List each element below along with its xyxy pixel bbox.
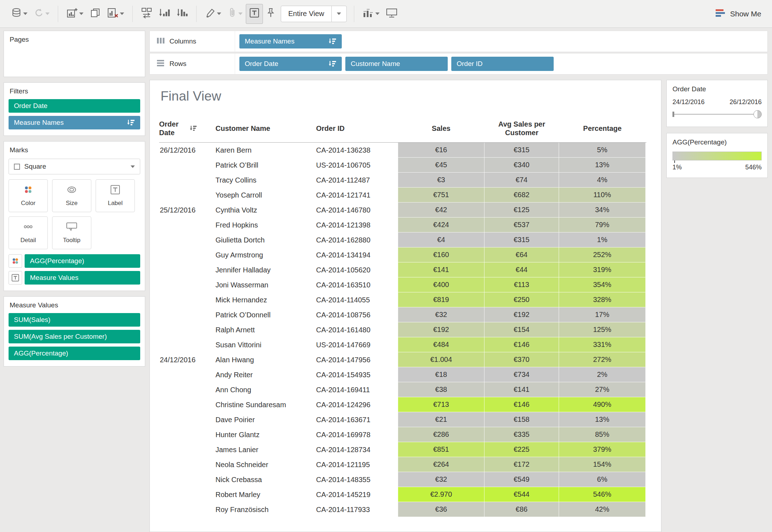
chevron-down-icon[interactable] — [375, 12, 380, 15]
cell-sales[interactable]: €36 — [398, 502, 484, 517]
cell-sales[interactable]: €1.004 — [398, 352, 484, 367]
cell-customer-name[interactable]: Hunter Glantz — [215, 427, 316, 442]
cell-order-id[interactable]: CA-2014-124296 — [316, 397, 398, 412]
cell-customer-name[interactable]: Neola Schneider — [215, 457, 316, 472]
cell-order-date[interactable] — [159, 188, 215, 203]
fit-view-dropdown[interactable]: Entire View — [281, 6, 347, 22]
cell-customer-name[interactable]: Joni Wasserman — [215, 277, 316, 292]
fix-axes-button[interactable] — [263, 4, 279, 24]
pill-order-id[interactable]: Order ID — [451, 57, 554, 71]
color-target-icon[interactable] — [9, 254, 22, 268]
label-target-icon[interactable] — [9, 271, 22, 285]
cell-avg-sales[interactable]: €113 — [484, 277, 559, 292]
cell-customer-name[interactable]: Guy Armstrong — [215, 247, 316, 262]
rows-shelf[interactable]: Rows Order DateCustomer NameOrder ID — [149, 53, 768, 75]
cell-avg-sales[interactable]: €64 — [484, 247, 559, 262]
filter-pill-measure-names[interactable]: Measure Names — [9, 116, 140, 129]
cell-avg-sales[interactable]: €154 — [484, 322, 559, 337]
cell-avg-sales[interactable]: €340 — [484, 158, 559, 173]
cell-sales[interactable]: €4 — [398, 232, 484, 247]
swap-axes-button[interactable] — [138, 4, 156, 24]
cell-order-id[interactable]: CA-2014-163671 — [316, 412, 398, 427]
header-sales[interactable]: Sales — [398, 114, 484, 142]
cell-avg-sales[interactable]: €158 — [484, 412, 559, 427]
filter-pill-order-date[interactable]: Order Date — [9, 99, 140, 113]
undo-redo-button[interactable] — [31, 4, 53, 24]
sort-ascending-button[interactable] — [156, 4, 173, 24]
chevron-down-icon[interactable] — [120, 12, 124, 15]
show-me-button[interactable]: Show Me — [712, 8, 764, 20]
cell-order-date[interactable] — [159, 232, 215, 247]
cell-order-id[interactable]: CA-2014-136238 — [316, 143, 398, 158]
cell-avg-sales[interactable]: €86 — [484, 502, 559, 517]
cell-percentage[interactable]: 85% — [559, 427, 646, 442]
cell-customer-name[interactable]: Jennifer Halladay — [215, 262, 316, 277]
cell-customer-name[interactable]: Andy Reiter — [215, 367, 316, 382]
chevron-down-icon[interactable] — [331, 6, 346, 22]
header-avg-sales[interactable]: Avg Sales per Customer — [484, 114, 559, 142]
cell-order-date[interactable] — [159, 262, 215, 277]
cell-customer-name[interactable]: Mick Hernandez — [215, 292, 316, 307]
cell-order-date[interactable] — [159, 367, 215, 382]
group-button[interactable] — [224, 4, 246, 24]
cell-order-id[interactable]: CA-2014-114055 — [316, 292, 398, 307]
cell-customer-name[interactable]: Christine Sundaresam — [215, 397, 316, 412]
cell-avg-sales[interactable]: €734 — [484, 367, 559, 382]
cell-sales[interactable]: €400 — [398, 277, 484, 292]
cell-percentage[interactable]: 490% — [559, 397, 646, 412]
cell-order-date[interactable] — [159, 277, 215, 292]
show-labels-chart-button[interactable] — [359, 4, 383, 24]
cell-percentage[interactable]: 110% — [559, 188, 646, 203]
cell-avg-sales[interactable]: €315 — [484, 232, 559, 247]
cell-customer-name[interactable]: Yoseph Carroll — [215, 188, 316, 203]
marks-pill-agg-percentage[interactable]: AGG(Percentage) — [25, 254, 140, 268]
cell-sales[interactable]: €713 — [398, 397, 484, 412]
color-button[interactable]: Color — [9, 179, 48, 212]
measure-values-card[interactable]: Measure Values SUM(Sales)SUM(Avg Sales p… — [4, 296, 145, 367]
cell-order-id[interactable]: US-2014-147669 — [316, 337, 398, 352]
cell-customer-name[interactable]: Alan Hwang — [215, 352, 316, 367]
cell-percentage[interactable]: 5% — [559, 143, 646, 158]
cell-sales[interactable]: €424 — [398, 218, 484, 232]
cell-percentage[interactable]: 379% — [559, 442, 646, 457]
cell-avg-sales[interactable]: €225 — [484, 442, 559, 457]
cell-percentage[interactable]: 2% — [559, 367, 646, 382]
highlight-button[interactable] — [202, 4, 224, 24]
cell-sales[interactable]: €32 — [398, 307, 484, 322]
cell-order-id[interactable]: CA-2014-169978 — [316, 427, 398, 442]
cell-order-id[interactable]: CA-2014-128734 — [316, 442, 398, 457]
pill-customer-name[interactable]: Customer Name — [345, 57, 448, 71]
header-order-date[interactable]: Order Date — [159, 114, 215, 142]
cell-order-id[interactable]: CA-2014-134194 — [316, 247, 398, 262]
cell-sales[interactable]: €16 — [398, 143, 484, 158]
cell-percentage[interactable]: 331% — [559, 337, 646, 352]
detail-button[interactable]: Detail — [9, 216, 48, 249]
cell-avg-sales[interactable]: €335 — [484, 427, 559, 442]
cell-sales[interactable]: €32 — [398, 472, 484, 487]
cell-sales[interactable]: €160 — [398, 247, 484, 262]
cell-sales[interactable]: €21 — [398, 412, 484, 427]
cell-customer-name[interactable]: Patrick O’Donnell — [215, 307, 316, 322]
cell-sales[interactable]: €751 — [398, 188, 484, 203]
cell-customer-name[interactable]: James Lanier — [215, 442, 316, 457]
cell-percentage[interactable]: 34% — [559, 203, 646, 218]
cell-order-date[interactable]: 24/12/2016 — [159, 352, 215, 367]
cell-sales[interactable]: €42 — [398, 203, 484, 218]
cell-sales[interactable]: €286 — [398, 427, 484, 442]
cell-avg-sales[interactable]: €370 — [484, 352, 559, 367]
columns-shelf[interactable]: Columns Measure Names — [149, 31, 768, 52]
cell-avg-sales[interactable]: €146 — [484, 337, 559, 352]
cell-avg-sales[interactable]: €125 — [484, 203, 559, 218]
cell-sales[interactable]: €851 — [398, 442, 484, 457]
cell-order-id[interactable]: CA-2014-121741 — [316, 188, 398, 203]
cell-order-id[interactable]: CA-2014-163510 — [316, 277, 398, 292]
cell-customer-name[interactable]: Dave Poirier — [215, 412, 316, 427]
cell-avg-sales[interactable]: €146 — [484, 397, 559, 412]
cell-percentage[interactable]: 13% — [559, 412, 646, 427]
cell-percentage[interactable]: 42% — [559, 502, 646, 517]
new-worksheet-button[interactable] — [63, 4, 87, 24]
cell-percentage[interactable]: 354% — [559, 277, 646, 292]
cell-avg-sales[interactable]: €44 — [484, 262, 559, 277]
cell-order-id[interactable]: CA-2014-169411 — [316, 382, 398, 397]
cell-customer-name[interactable]: Robert Marley — [215, 487, 316, 502]
